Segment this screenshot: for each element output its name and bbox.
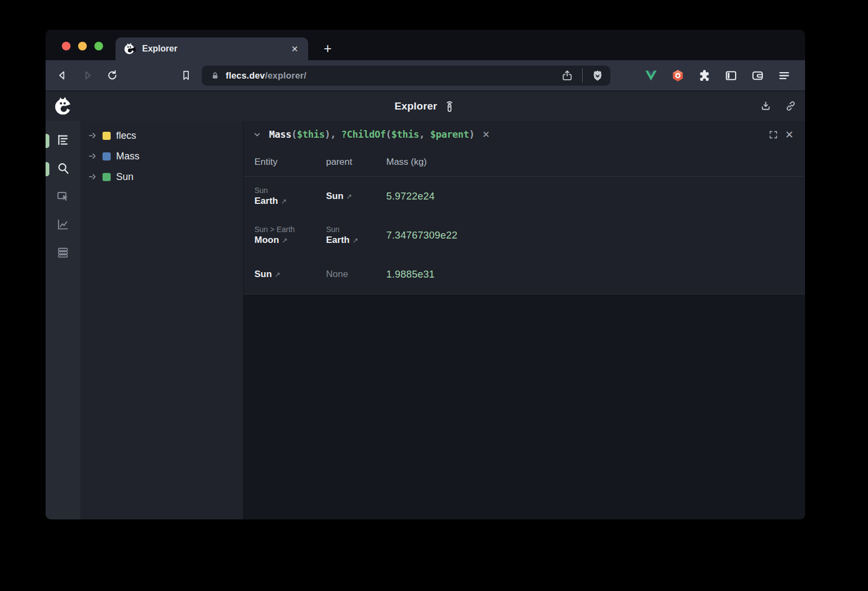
flecs-logo-icon — [53, 96, 74, 117]
ne-arrow-icon: ↗ — [346, 192, 352, 201]
traffic-lights — [62, 42, 103, 50]
sidebar-item-inspect[interactable] — [52, 185, 74, 208]
entity-cell: Sun > Earth Moon↗ — [254, 224, 326, 246]
page-title: Explorer — [394, 100, 437, 112]
table-row: Sun↗ None 1.9885e31 — [244, 255, 805, 294]
parent-link[interactable]: Sun↗ — [326, 190, 386, 202]
reload-button[interactable] — [103, 66, 122, 85]
query-panel: Mass($this), ?ChildOf($this, $parent) ✕ … — [243, 121, 805, 519]
entity-color-swatch — [103, 132, 111, 140]
entity-color-swatch — [103, 173, 111, 181]
table-row: Sun Earth↗ Sun↗ 5.9722e24 — [244, 177, 805, 216]
tree-item-label: Sun — [116, 171, 133, 183]
mass-value: 5.9722e24 — [386, 190, 794, 202]
parent-none: None — [326, 268, 386, 280]
query-clear-button[interactable]: ✕ — [480, 129, 492, 140]
wallet-icon[interactable] — [750, 68, 764, 82]
close-window-button[interactable] — [62, 42, 71, 50]
table-row: Sun > Earth Moon↗ Sun Earth↗ 7.34767309e… — [244, 216, 805, 255]
url-path: /explorer/ — [265, 70, 306, 80]
main-content: flecs Mass Sun Mas — [46, 121, 805, 519]
entity-link[interactable]: Sun↗ — [254, 268, 326, 280]
table-header: Entity parent Mass (kg) — [244, 148, 805, 177]
mass-value: 1.9885e31 — [386, 268, 794, 280]
ne-arrow-icon: ↗ — [280, 197, 286, 205]
zoom-window-button[interactable] — [94, 42, 103, 50]
ne-arrow-icon: ↗ — [275, 271, 280, 279]
mass-value: 7.34767309e22 — [386, 229, 794, 241]
url-domain: flecs.dev — [226, 70, 265, 80]
sidebar-item-tree[interactable] — [52, 129, 74, 151]
parent-cell: None — [326, 268, 386, 280]
tree-item-sun[interactable]: Sun — [80, 166, 243, 187]
lock-icon[interactable] — [209, 70, 220, 81]
browser-window: Explorer ✕ + flecs.dev/explorer/ — [46, 30, 805, 519]
query-panel-close-button[interactable]: ✕ — [781, 126, 797, 143]
query-term: Mass — [269, 129, 291, 140]
fullscreen-icon[interactable] — [765, 126, 781, 143]
app-header: Explorer — [46, 91, 805, 121]
download-button[interactable] — [756, 97, 775, 115]
tree-item-label: Mass — [116, 151, 139, 162]
expand-arrow-icon[interactable] — [88, 131, 97, 140]
sidebar-toggle-icon[interactable] — [724, 68, 738, 82]
entity-color-swatch — [103, 152, 111, 160]
entity-tree-panel: flecs Mass Sun — [80, 121, 243, 519]
left-icon-sidebar — [46, 121, 80, 519]
flecs-favicon-icon — [123, 42, 136, 55]
tree-item-mass[interactable]: Mass — [80, 146, 243, 166]
entity-path: Sun — [254, 185, 326, 195]
tree-item-flecs[interactable]: flecs — [80, 125, 243, 146]
query-header: Mass($this), ?ChildOf($this, $parent) ✕ … — [244, 121, 805, 148]
parent-link[interactable]: Earth↗ — [326, 234, 386, 246]
parent-cell: Sun Earth↗ — [326, 224, 386, 246]
extensions-group — [644, 68, 791, 82]
share-button[interactable] — [558, 66, 577, 85]
entity-cell: Sun↗ — [254, 268, 326, 280]
sidebar-item-search[interactable] — [52, 157, 74, 179]
active-panel-indicator — [46, 134, 49, 148]
bookmark-button[interactable] — [177, 66, 195, 85]
parent-path: Sun — [326, 224, 386, 234]
sidebar-item-stats[interactable] — [52, 213, 74, 236]
ne-arrow-icon: ↗ — [352, 236, 358, 245]
url-text: flecs.dev/explorer/ — [226, 70, 307, 81]
tab-close-button[interactable]: ✕ — [289, 43, 301, 55]
sidebar-item-journal[interactable] — [52, 241, 74, 264]
expand-arrow-icon[interactable] — [88, 172, 97, 181]
forward-button[interactable] — [78, 66, 97, 85]
address-bar[interactable]: flecs.dev/explorer/ — [202, 66, 610, 86]
browser-toolbar: flecs.dev/explorer/ — [46, 60, 805, 91]
link-button[interactable] — [781, 97, 800, 115]
tab-bar: Explorer ✕ + — [46, 30, 805, 60]
chevron-down-icon[interactable] — [249, 126, 265, 143]
minimize-window-button[interactable] — [78, 42, 87, 50]
entity-cell: Sun Earth↗ — [254, 185, 326, 207]
tab-title: Explorer — [142, 44, 289, 54]
query-results-empty-area — [244, 294, 805, 519]
brave-shields-icon[interactable] — [588, 66, 607, 85]
vue-devtools-extension-icon[interactable] — [644, 68, 658, 82]
entity-path: Sun > Earth — [254, 224, 326, 234]
tree-item-label: flecs — [116, 130, 136, 142]
query-expression[interactable]: Mass($this), ?ChildOf($this, $parent) — [269, 129, 475, 140]
browser-tab-explorer[interactable]: Explorer ✕ — [116, 37, 308, 60]
active-panel-indicator — [46, 162, 49, 176]
entity-link[interactable]: Moon↗ — [254, 234, 326, 246]
back-button[interactable] — [53, 66, 72, 85]
column-header-parent: parent — [326, 157, 386, 168]
column-header-mass: Mass (kg) — [386, 157, 794, 168]
remote-connection-icon[interactable] — [443, 99, 456, 113]
hexagon-extension-icon[interactable] — [671, 68, 685, 82]
entity-link[interactable]: Earth↗ — [254, 195, 326, 207]
column-header-entity: Entity — [254, 157, 326, 168]
menu-icon[interactable] — [777, 68, 791, 82]
new-tab-button[interactable]: + — [318, 39, 337, 57]
ne-arrow-icon: ↗ — [282, 236, 288, 245]
parent-cell: Sun↗ — [326, 190, 386, 202]
extensions-puzzle-icon[interactable] — [697, 68, 711, 82]
expand-arrow-icon[interactable] — [88, 152, 97, 160]
toolbar-divider — [582, 68, 583, 82]
